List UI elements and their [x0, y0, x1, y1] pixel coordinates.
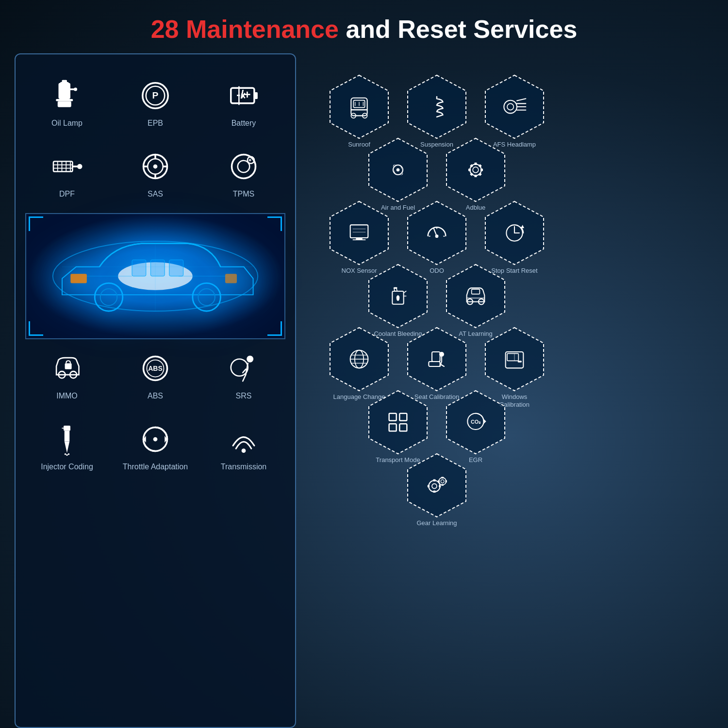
hex-content-windows [502, 347, 527, 371]
title-rest: and Reset Services [339, 15, 577, 43]
bottom-icon-grid: IMMO ABS ABS [25, 342, 285, 479]
svg-rect-151 [389, 424, 397, 431]
hex-shape-sunroof [325, 73, 393, 141]
svg-rect-122 [394, 287, 397, 289]
svg-point-66 [68, 453, 70, 455]
hex-content-at [463, 284, 488, 308]
svg-rect-47 [132, 260, 146, 276]
svg-rect-149 [389, 414, 397, 421]
corner-bl [29, 321, 43, 336]
hex-shape-air [364, 136, 432, 204]
item-transmission[interactable]: Transmission [202, 413, 285, 479]
svg-text:CO₂: CO₂ [471, 419, 481, 425]
egr-icon: CO₂ [463, 410, 488, 434]
svg-rect-167 [441, 484, 444, 486]
injector-icon-circle [48, 420, 86, 459]
hex-content-nox [347, 221, 371, 245]
transport-mode-icon [386, 410, 410, 434]
svg-point-91 [397, 168, 400, 172]
svg-rect-0 [59, 83, 71, 99]
hex-item-gear[interactable]: Gear Learning [403, 451, 471, 527]
abs-label: ABS [148, 392, 163, 400]
item-tpms[interactable]: TPMS [202, 140, 285, 206]
tpms-icon-circle [224, 147, 263, 186]
hex-content-air [386, 158, 410, 182]
svg-rect-100 [479, 164, 482, 167]
item-injector[interactable]: Injector Coding [25, 413, 109, 479]
svg-line-60 [243, 369, 246, 373]
svg-point-164 [439, 478, 446, 485]
hex-content-transport [386, 410, 410, 434]
windows-calibration-icon [502, 347, 527, 371]
srs-label: SRS [236, 392, 252, 400]
svg-line-111 [433, 228, 437, 236]
svg-rect-62 [65, 431, 70, 442]
svg-rect-138 [429, 362, 440, 366]
hex-shape-adblue [442, 136, 510, 204]
svg-rect-161 [433, 491, 436, 493]
throttle-label: Throttle Adaptation [123, 463, 188, 471]
svg-rect-98 [480, 169, 483, 171]
car-svg [39, 228, 272, 325]
svg-rect-6 [58, 101, 71, 107]
svg-marker-119 [521, 225, 524, 228]
svg-rect-166 [441, 477, 444, 479]
hex-content-egr: CO₂ [463, 410, 488, 434]
coolant-icon [386, 284, 410, 308]
transmission-icon [227, 422, 261, 456]
page-title: 28 Maintenance and Reset Services [0, 0, 728, 53]
item-srs[interactable]: SRS [202, 342, 285, 408]
item-dpf[interactable]: DPF [25, 140, 109, 206]
svg-point-94 [473, 167, 479, 173]
gear-learning-icon [425, 473, 449, 497]
svg-point-58 [247, 356, 253, 363]
item-sas[interactable]: SAS [114, 140, 197, 206]
svg-point-27 [153, 165, 158, 169]
epb-icon-circle: P [136, 76, 175, 115]
top-icon-grid: Oil Lamp P EPB [25, 69, 285, 206]
svg-rect-48 [150, 260, 165, 276]
item-battery[interactable]: -/+ Battery [202, 69, 285, 135]
injector-icon [50, 422, 84, 456]
svg-point-84 [507, 103, 513, 110]
hex-shape-language [325, 325, 393, 393]
gear-learning-label: Gear Learning [416, 519, 457, 527]
hex-shape-coolant [364, 262, 432, 330]
hex-content-sunroof [347, 95, 371, 119]
svg-rect-160 [433, 480, 436, 481]
sas-label: SAS [148, 190, 163, 199]
hex-content-suspension [425, 95, 449, 119]
item-epb[interactable]: P EPB [114, 69, 197, 135]
battery-icon: -/+ [227, 79, 261, 113]
hex-content-language [347, 347, 371, 371]
item-immo[interactable]: IMMO [25, 342, 109, 408]
at-learning-icon [463, 284, 488, 308]
content-area: Oil Lamp P EPB [0, 53, 728, 728]
nox-sensor-icon [347, 221, 371, 245]
svg-point-83 [504, 100, 517, 114]
abs-icon-circle: ABS [136, 349, 175, 388]
svg-rect-169 [446, 480, 447, 482]
svg-point-140 [439, 352, 444, 357]
epb-label: EPB [148, 119, 163, 128]
hex-shape-stop [480, 199, 548, 267]
svg-rect-146 [518, 361, 522, 362]
item-oil-lamp[interactable]: Oil Lamp [25, 69, 109, 135]
svg-text:P: P [152, 90, 159, 100]
hex-shape-odo [403, 199, 471, 267]
svg-point-32 [232, 155, 256, 179]
immo-icon [50, 351, 84, 385]
right-panel: Sunroof Suspension [311, 53, 713, 728]
svg-rect-16 [53, 162, 72, 172]
oil-lamp-icon-circle [48, 76, 86, 115]
honeycomb-grid: Sunroof Suspension [311, 58, 713, 728]
item-abs[interactable]: ABS ABS [114, 342, 197, 408]
svg-rect-163 [439, 485, 441, 487]
svg-text:ABS: ABS [148, 364, 163, 372]
svg-rect-162 [428, 485, 430, 487]
svg-rect-152 [399, 424, 407, 431]
sunroof-icon [347, 95, 371, 119]
injector-label: Injector Coding [41, 463, 93, 471]
dpf-label: DPF [59, 190, 75, 199]
item-throttle[interactable]: Throttle Adaptation [114, 413, 197, 479]
